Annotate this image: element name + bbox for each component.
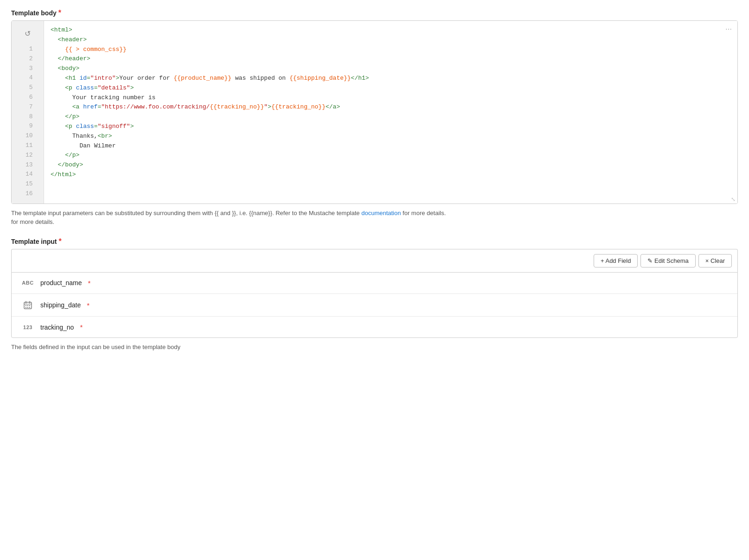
- editor-options-icon[interactable]: ⋯: [725, 25, 732, 33]
- line-num-11: 11: [16, 141, 39, 151]
- template-body-label: Template body *: [11, 9, 738, 17]
- template-input-label: Template input *: [11, 238, 738, 245]
- svg-rect-4: [26, 305, 26, 306]
- code-line-7: <p class="details">: [51, 83, 731, 93]
- line-num-7: 7: [16, 102, 39, 112]
- code-line-2: <header>: [51, 35, 731, 45]
- undo-icon[interactable]: ↺: [25, 29, 31, 38]
- clear-button[interactable]: × Clear: [698, 254, 732, 267]
- code-line-8: Your tracking number is: [51, 93, 731, 103]
- edit-schema-button[interactable]: ✎ Edit Schema: [640, 254, 695, 267]
- template-input-required: *: [59, 238, 62, 245]
- code-line-12: Thanks,<br>: [51, 132, 731, 141]
- line-num-2: 2: [16, 54, 39, 64]
- text-type-icon: ABC: [21, 280, 35, 286]
- line-num-10: 10: [16, 131, 39, 141]
- line-num-12: 12: [16, 151, 39, 160]
- code-line-11: <p class="signoff">: [51, 122, 731, 132]
- code-line-4: </header>: [51, 54, 731, 64]
- input-toolbar: + Add Field ✎ Edit Schema × Clear: [11, 249, 738, 272]
- code-line-6: <h1 id="intro">Your order for {{product_…: [51, 74, 731, 83]
- calendar-type-icon: [21, 300, 35, 310]
- field-row-product-name: ABC product_name *: [12, 273, 737, 294]
- code-line-3: {{ > common_css}}: [51, 45, 731, 55]
- svg-rect-6: [29, 305, 30, 306]
- code-line-5: <body>: [51, 64, 731, 74]
- code-line-15: </body>: [51, 160, 731, 170]
- line-num-16: 16: [16, 189, 39, 199]
- template-body-section: Template body * ⋯ ↺ 1 2 3 4 5 6 7: [11, 9, 738, 227]
- add-field-button[interactable]: + Add Field: [594, 254, 638, 267]
- code-line-16: </html>: [51, 170, 731, 180]
- number-type-icon: 123: [21, 325, 35, 330]
- editor-gutter: ↺ 1 2 3 4 5 6 7 8 9 10 11 12 13 14: [12, 21, 44, 204]
- fields-container: ABC product_name * shippi: [11, 272, 738, 338]
- svg-rect-9: [29, 307, 30, 308]
- line-num-13: 13: [16, 160, 39, 170]
- line-num-5: 5: [16, 83, 39, 93]
- field-required-shipping-date: *: [87, 301, 90, 309]
- field-required-tracking-no: *: [80, 323, 83, 331]
- code-line-13: Dan Wilmer: [51, 141, 731, 151]
- svg-rect-5: [27, 305, 28, 306]
- line-numbers: 1 2 3 4 5 6 7 8 9 10 11 12 13 14 15 16: [16, 45, 39, 199]
- field-name-tracking-no: tracking_no: [40, 324, 74, 331]
- line-num-15: 15: [16, 179, 39, 189]
- code-content[interactable]: <html> <header> {{ > common_css}} </head…: [44, 21, 737, 204]
- template-input-section: Template input * + Add Field ✎ Edit Sche…: [11, 238, 738, 351]
- field-row-shipping-date: shipping_date *: [12, 294, 737, 317]
- line-num-3: 3: [16, 64, 39, 74]
- code-line-10: </p>: [51, 112, 731, 122]
- field-row-tracking-no: 123 tracking_no *: [12, 317, 737, 337]
- line-num-14: 14: [16, 170, 39, 179]
- required-indicator: *: [58, 9, 61, 17]
- field-name-shipping-date: shipping_date: [40, 301, 81, 309]
- svg-rect-8: [27, 307, 28, 308]
- field-required-product-name: *: [88, 279, 91, 287]
- code-line-1: <html>: [51, 25, 731, 35]
- line-num-9: 9: [16, 121, 39, 131]
- line-num-8: 8: [16, 112, 39, 122]
- field-name-product-name: product_name: [40, 279, 82, 286]
- input-bottom-help: The fields defined in the input can be u…: [11, 344, 738, 350]
- resize-handle-icon[interactable]: ⤡: [731, 196, 736, 203]
- code-line-9: <a href="https://www.foo.com/tracking/{{…: [51, 102, 731, 112]
- line-num-1: 1: [16, 45, 39, 54]
- line-num-4: 4: [16, 73, 39, 83]
- documentation-link[interactable]: documentation: [361, 210, 401, 216]
- line-num-6: 6: [16, 93, 39, 102]
- code-editor[interactable]: ⋯ ↺ 1 2 3 4 5 6 7 8 9 10 11: [11, 20, 738, 204]
- svg-rect-7: [26, 307, 26, 308]
- code-line-14: </p>: [51, 151, 731, 160]
- template-body-help: The template input parameters can be sub…: [11, 209, 738, 227]
